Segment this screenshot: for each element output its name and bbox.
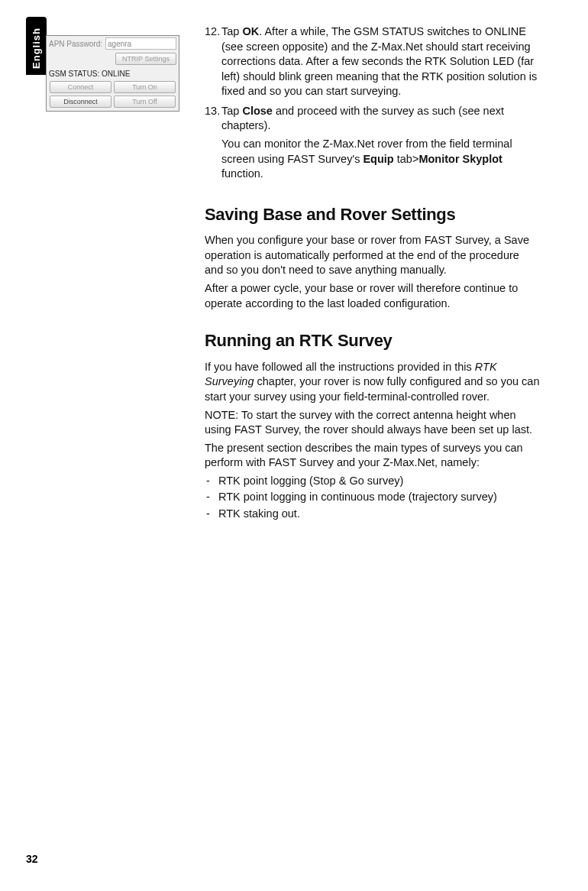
- step-13-text-c2: tab>: [394, 153, 419, 165]
- screenshot-panel: APN Password: agenra NTRIP Settings GSM …: [46, 35, 179, 112]
- ntrip-row: NTRIP Settings: [47, 51, 179, 66]
- step-13-text-a: Tap: [221, 105, 242, 117]
- monitor-skyplot-label: Monitor Skyplot: [418, 153, 502, 165]
- p3-a: If you have followed all the instruction…: [205, 361, 475, 373]
- language-tab: English: [26, 17, 47, 75]
- p3-c: chapter, your rover is now fully configu…: [205, 375, 539, 403]
- step-12-text-a: Tap: [221, 25, 242, 37]
- bullet-dash: -: [205, 490, 218, 505]
- bullet-text-2: RTK point logging in continuous mode (tr…: [218, 490, 497, 505]
- turn-on-button[interactable]: Turn On: [114, 81, 176, 93]
- step-13-body: Tap Close and proceed with the survey as…: [221, 104, 541, 185]
- paragraph-power-cycle: After a power cycle, your base or rover …: [205, 281, 541, 311]
- heading-running-rtk-survey: Running an RTK Survey: [205, 329, 541, 352]
- step-12-number: 12.: [205, 24, 221, 102]
- step-13-text-c3: function.: [221, 167, 263, 180]
- paragraph-note-antenna: NOTE: To start the survey with the corre…: [205, 408, 541, 438]
- bullet-item-3: - RTK staking out.: [205, 507, 541, 522]
- button-grid: Connect Turn On Disconnect Turn Off: [47, 79, 179, 111]
- bullet-dash: -: [205, 474, 218, 489]
- bullet-list: - RTK point logging (Stop & Go survey) -…: [205, 474, 541, 522]
- ok-label: OK: [242, 25, 259, 37]
- close-label: Close: [242, 105, 273, 117]
- heading-saving-base-rover: Saving Base and Rover Settings: [205, 203, 541, 226]
- step-13-number: 13.: [205, 104, 221, 185]
- apn-password-label: APN Password:: [49, 40, 102, 48]
- apn-password-row: APN Password: agenra: [47, 36, 179, 51]
- turn-off-button[interactable]: Turn Off: [114, 96, 176, 108]
- step-12: 12. Tap OK. After a while, The GSM STATU…: [205, 24, 541, 102]
- ntrip-settings-button[interactable]: NTRIP Settings: [115, 53, 176, 65]
- step-12-body: Tap OK. After a while, The GSM STATUS sw…: [221, 24, 541, 102]
- page-number: 32: [26, 853, 38, 865]
- step-13: 13. Tap Close and proceed with the surve…: [205, 104, 541, 185]
- bullet-item-1: - RTK point logging (Stop & Go survey): [205, 474, 541, 489]
- bullet-dash: -: [205, 507, 218, 522]
- bullet-item-2: - RTK point logging in continuous mode (…: [205, 490, 541, 505]
- equip-label: Equip: [363, 153, 393, 165]
- paragraph-save-auto: When you configure your base or rover fr…: [205, 233, 541, 278]
- gsm-status-line: GSM STATUS: ONLINE: [47, 66, 179, 79]
- bullet-text-3: RTK staking out.: [218, 507, 300, 522]
- step-12-text-b: . After a while, The GSM STATUS switches…: [221, 25, 537, 97]
- paragraph-instructions-followed: If you have followed all the instruction…: [205, 360, 541, 405]
- apn-password-input[interactable]: agenra: [105, 37, 176, 50]
- connect-button[interactable]: Connect: [50, 81, 111, 93]
- main-content: 12. Tap OK. After a while, The GSM STATU…: [205, 24, 541, 523]
- bullet-text-1: RTK point logging (Stop & Go survey): [218, 474, 403, 489]
- paragraph-survey-types-intro: The present section describes the main t…: [205, 441, 541, 471]
- disconnect-button[interactable]: Disconnect: [50, 96, 111, 108]
